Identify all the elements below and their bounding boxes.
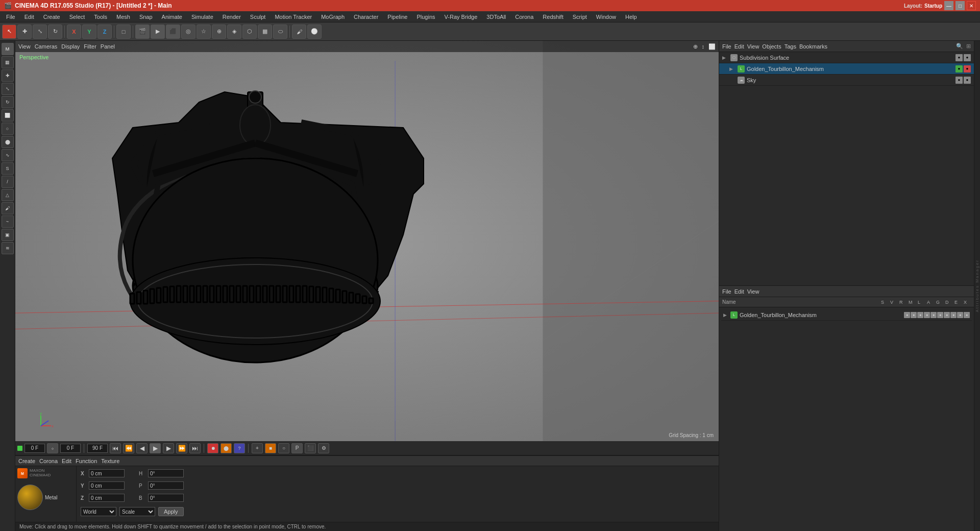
menu-script[interactable]: Script: [569, 13, 591, 21]
param-y-input[interactable]: [89, 481, 125, 490]
menu-simulate[interactable]: Simulate: [187, 13, 217, 21]
menu-edit[interactable]: Edit: [20, 13, 38, 21]
tool-render[interactable]: ▶: [151, 25, 165, 39]
motion-settings-button[interactable]: ⚙: [318, 443, 329, 453]
playback-play[interactable]: ▶: [150, 443, 161, 453]
rp-menu-file[interactable]: File: [722, 43, 731, 50]
menu-render[interactable]: Render: [218, 13, 245, 21]
tool-deformer[interactable]: ⬭: [273, 25, 287, 39]
rp-menu-edit[interactable]: Edit: [734, 43, 744, 50]
bp-menu-function[interactable]: Function: [76, 458, 97, 464]
sidebar-brush[interactable]: 🖌: [2, 202, 14, 214]
motion-p-button[interactable]: P: [291, 443, 303, 453]
menu-vray[interactable]: V-Ray Bridge: [440, 13, 482, 21]
menu-create[interactable]: Create: [39, 13, 64, 21]
viewport-menu-view[interactable]: View: [18, 43, 31, 50]
viewport-menu-cameras[interactable]: Cameras: [35, 43, 58, 50]
attr-btn-4[interactable]: ●: [924, 312, 930, 318]
object-item-subdivision[interactable]: ▶ ⬡ Subdivision Surface ● ●: [719, 52, 974, 63]
menu-tools[interactable]: Tools: [90, 13, 111, 21]
tool-axis-z[interactable]: Z: [97, 25, 112, 39]
tool-light[interactable]: ☆: [197, 25, 211, 39]
tool-lattice[interactable]: ▦: [258, 25, 272, 39]
record-button[interactable]: ⏺: [207, 443, 218, 453]
coordinate-system-select[interactable]: World Object: [81, 507, 116, 516]
tool-scale[interactable]: ⤡: [33, 25, 47, 39]
attr-btn-1[interactable]: ●: [904, 312, 910, 318]
layer-icon[interactable]: ⊞: [966, 43, 971, 50]
obj-vis-editor-mech[interactable]: ●: [955, 65, 963, 73]
obj-visible-editor[interactable]: ●: [955, 54, 963, 61]
param-h-input[interactable]: [148, 469, 184, 477]
sidebar-nurbs[interactable]: ∿: [2, 149, 14, 161]
object-item-sky[interactable]: ▶ ☁ Sky ● ●: [719, 75, 974, 86]
menu-mesh[interactable]: Mesh: [112, 13, 134, 21]
menu-window[interactable]: Window: [592, 13, 620, 21]
playback-next-frame[interactable]: ▶: [163, 443, 174, 453]
menu-help[interactable]: Help: [621, 13, 641, 21]
tool-environment[interactable]: ◈: [227, 25, 241, 39]
obj-vis-render-sky[interactable]: ●: [964, 77, 971, 84]
autokey-button[interactable]: ⬤: [220, 443, 232, 453]
tool-object-mode[interactable]: □: [116, 25, 131, 39]
sidebar-select[interactable]: ▦: [2, 56, 14, 68]
attr-btn-6[interactable]: ●: [937, 312, 943, 318]
sidebar-line[interactable]: /: [2, 176, 14, 188]
menu-file[interactable]: File: [2, 13, 19, 21]
attr-menu-edit[interactable]: Edit: [734, 288, 744, 295]
material-preview-ball[interactable]: [17, 485, 43, 510]
attr-btn-8[interactable]: ●: [950, 312, 957, 318]
motion-square-button[interactable]: ■: [265, 443, 276, 453]
minimize-button[interactable]: —: [944, 1, 953, 10]
rp-menu-view[interactable]: View: [747, 43, 760, 50]
tool-paint[interactable]: 🖌: [292, 25, 306, 39]
tool-render-region[interactable]: 🎬: [135, 25, 150, 39]
tool-axis-y[interactable]: Y: [82, 25, 96, 39]
tool-material[interactable]: ⚪: [307, 25, 322, 39]
frame-start-input[interactable]: [60, 444, 81, 453]
sidebar-smooth[interactable]: ~: [2, 215, 14, 228]
close-button[interactable]: ✕: [967, 1, 976, 10]
menu-motion-tracker[interactable]: Motion Tracker: [271, 13, 316, 21]
sidebar-spline[interactable]: S: [2, 162, 14, 175]
motion-clamp-button[interactable]: ⬛: [305, 443, 316, 453]
frame-end-input[interactable]: [87, 444, 108, 453]
menu-select[interactable]: Select: [65, 13, 89, 21]
viewport-icon-3[interactable]: ⬜: [708, 43, 716, 50]
attr-btn-10[interactable]: ●: [964, 312, 970, 318]
sidebar-model[interactable]: M: [2, 43, 14, 55]
rp-menu-objects[interactable]: Objects: [762, 43, 781, 50]
attr-menu-file[interactable]: File: [722, 288, 731, 295]
bp-menu-corona[interactable]: Corona: [39, 458, 58, 464]
bp-menu-texture[interactable]: Texture: [101, 458, 119, 464]
viewport-menu-filter[interactable]: Filter: [84, 43, 96, 50]
sidebar-move[interactable]: ✚: [2, 69, 14, 82]
attr-btn-7[interactable]: ●: [944, 312, 950, 318]
viewport-icon-2[interactable]: ↕: [702, 43, 705, 50]
tool-camera[interactable]: ◎: [181, 25, 195, 39]
sidebar-scale[interactable]: ⤡: [2, 83, 14, 95]
rp-menu-bookmarks[interactable]: Bookmarks: [799, 43, 827, 50]
bp-menu-edit[interactable]: Edit: [62, 458, 71, 464]
attr-row-mechanism[interactable]: ▶ L Golden_Tourbillon_Mechanism ● ● ● ● …: [721, 309, 972, 321]
menu-pipeline[interactable]: Pipeline: [383, 13, 411, 21]
sidebar-cube[interactable]: ⬜: [2, 109, 14, 122]
rp-menu-tags[interactable]: Tags: [785, 43, 796, 50]
tool-axis-x[interactable]: X: [67, 25, 81, 39]
motion-circle-button[interactable]: ○: [278, 443, 289, 453]
tool-subdivision[interactable]: ⬡: [242, 25, 257, 39]
sidebar-field[interactable]: ≋: [2, 242, 14, 254]
viewport-menu-display[interactable]: Display: [61, 43, 80, 50]
menu-animate[interactable]: Animate: [158, 13, 186, 21]
menu-sculpt[interactable]: Sculpt: [246, 13, 270, 21]
attr-btn-9[interactable]: ●: [957, 312, 963, 318]
menu-3dtoall[interactable]: 3DToAll: [482, 13, 510, 21]
maximize-button[interactable]: □: [955, 1, 965, 10]
menu-snap[interactable]: Snap: [135, 13, 157, 21]
scale-select[interactable]: Scale: [119, 507, 155, 516]
param-x-input[interactable]: [89, 469, 125, 477]
playback-prev-key[interactable]: ⏪: [123, 443, 134, 453]
sidebar-sphere[interactable]: ○: [2, 123, 14, 135]
tool-pointer[interactable]: ↖: [2, 25, 16, 39]
search-icon[interactable]: 🔍: [956, 43, 963, 50]
